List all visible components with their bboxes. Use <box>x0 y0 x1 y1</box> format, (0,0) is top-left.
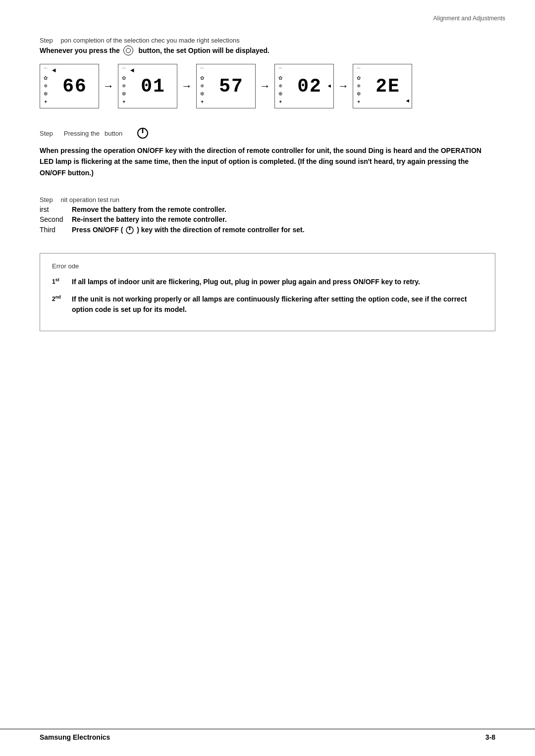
icon-sym-2e: ✦ <box>122 100 126 104</box>
icon-sym-4d: ❆ <box>278 92 282 97</box>
page-content: Step pon completion of the selection che… <box>0 27 535 361</box>
display-panels-row: ⌒ ✿ ❄ ❆ ✦ ◄ 66 → ⌒ ✿ ❄ ❆ <box>40 64 495 108</box>
step1-instruction-pre: Whenever you press the <box>40 47 120 54</box>
step3-label: Step nit operation test run <box>40 196 495 203</box>
display-panel-5: ⌒ ✿ ❄ ❆ ✦ 2E ◄ <box>353 64 412 108</box>
step3-item-2: Second Re-insert the battery into the re… <box>40 215 495 223</box>
error-item-1: 1st If all lamps of indoor unit are flic… <box>52 277 483 287</box>
display-panel-3: ⌒ ✿ ❄ ❆ ✦ 57 <box>196 64 256 108</box>
power-icon-inline <box>125 225 135 235</box>
step2-sublabel2: button <box>105 130 122 137</box>
step1-sublabel: pon completion of the selection chec you… <box>60 37 239 44</box>
step3-item-1-text: Remove the battery from the remote contr… <box>72 205 226 213</box>
step2-block: Step Pressing the button When pressing t… <box>40 126 495 178</box>
icon-sym-3a: ⌒ <box>200 68 205 73</box>
error-text-1: If all lamps of indoor unit are flickeri… <box>72 277 420 287</box>
step1-instruction-post: button, the set Option will be displayed… <box>139 47 269 54</box>
display-number-2: ◄ 01 <box>129 64 177 108</box>
icon-sym-1b: ✿ <box>44 76 48 81</box>
icon-sym-5e: ✦ <box>357 100 361 104</box>
icon-sym-1a: ⌒ <box>43 68 48 73</box>
section-title: Alignment and Adjustments <box>433 15 505 22</box>
icon-sym-2c: ❄ <box>122 84 126 89</box>
step1-label: Step pon completion of the selection che… <box>40 37 495 44</box>
arrow-3: → <box>260 80 270 93</box>
display-number-5: 2E ◄ <box>364 64 412 108</box>
right-arrow-5: ◄ <box>406 98 410 104</box>
display-panel-2: ⌒ ✿ ❄ ❆ ✦ ◄ 01 <box>118 64 177 108</box>
arrow-1: → <box>103 80 114 93</box>
step3-item-3-text: Press ON/OFF ( ) key with the direction … <box>72 226 305 234</box>
icon-sym-4c: ❄ <box>278 84 282 89</box>
icon-sym-4e: ✦ <box>278 100 282 104</box>
step1-block: Step pon completion of the selection che… <box>40 37 495 108</box>
display-icons-3: ⌒ ✿ ❄ ❆ ✦ <box>197 64 208 108</box>
display-icons-5: ⌒ ✿ ❄ ❆ ✦ <box>353 64 364 108</box>
error-box: Error ode 1st If all lamps of indoor uni… <box>40 253 495 331</box>
error-num-1: 1st <box>52 277 72 285</box>
power-button-icon <box>136 126 150 140</box>
right-arrow-4: ◄ <box>327 83 332 89</box>
footer-page: 3-8 <box>485 733 495 741</box>
icon-sym-5b: ✿ <box>357 76 361 81</box>
error-box-title: Error ode <box>52 262 483 270</box>
step3-item-1-label: irst <box>40 205 67 213</box>
step1-instruction: Whenever you press the button, the set O… <box>40 46 495 56</box>
icon-sym-2b: ✿ <box>122 76 126 81</box>
arrow-2: → <box>181 80 192 93</box>
left-arrow-2: ◄ <box>130 67 135 74</box>
step3-item-2-text: Re-insert the battery into the remote co… <box>72 215 227 223</box>
display-number-1: ◄ 66 <box>51 64 99 108</box>
footer-brand: Samsung Electronics <box>40 733 110 741</box>
step3-list: irst Remove the battery from the remote … <box>40 205 495 235</box>
icon-sym-2a: ⌒ <box>121 68 126 73</box>
display-number-4: 02 ◄ <box>286 64 333 108</box>
step3-item-3: Third Press ON/OFF ( ) key with the dire… <box>40 225 495 235</box>
option-button-icon <box>123 46 133 55</box>
step3-block: Step nit operation test run irst Remove … <box>40 196 495 235</box>
display-panel-1: ⌒ ✿ ❄ ❆ ✦ ◄ 66 <box>40 64 99 108</box>
icon-sym-4b: ✿ <box>278 76 282 81</box>
error-text-2: If the unit is not working properly or a… <box>72 294 483 315</box>
icon-sym-1e: ✦ <box>44 100 48 104</box>
step2-sublabel: Pressing the <box>64 130 100 137</box>
page-footer: Samsung Electronics 3-8 <box>0 729 535 741</box>
step3-item-2-label: Second <box>40 215 67 223</box>
step3-item-3-label: Third <box>40 226 67 234</box>
error-item-2: 2nd If the unit is not working properly … <box>52 294 483 315</box>
icon-sym-5c: ❄ <box>357 84 361 89</box>
arrow-4: → <box>338 80 349 93</box>
page-header: Alignment and Adjustments <box>0 0 535 27</box>
icon-sym-2d: ❆ <box>122 92 126 97</box>
icon-sym-5d: ❆ <box>357 92 361 97</box>
display-icons-2: ⌒ ✿ ❄ ❆ ✦ <box>118 64 129 108</box>
display-number-3: 57 <box>208 64 255 108</box>
step2-body: When pressing the operation ON/OFF key w… <box>40 145 495 178</box>
icon-sym-1c: ❄ <box>44 84 48 89</box>
display-icons-4: ⌒ ✿ ❄ ❆ ✦ <box>275 64 286 108</box>
icon-sym-3c: ❄ <box>200 84 204 89</box>
icon-sym-3e: ✦ <box>200 100 204 104</box>
left-arrow-1: ◄ <box>52 67 57 74</box>
display-panel-4: ⌒ ✿ ❄ ❆ ✦ 02 ◄ <box>274 64 334 108</box>
icon-sym-3d: ❆ <box>200 92 204 97</box>
step3-item-1: irst Remove the battery from the remote … <box>40 205 495 213</box>
icon-sym-4a: ⌒ <box>278 68 283 73</box>
step3-sublabel: nit operation test run <box>60 196 119 203</box>
error-num-2: 2nd <box>52 294 72 302</box>
icon-sym-3b: ✿ <box>200 76 204 81</box>
display-icons-1: ⌒ ✿ ❄ ❆ ✦ <box>40 64 51 108</box>
icon-sym-5a: ⌒ <box>356 68 361 73</box>
step2-label: Step Pressing the button <box>40 126 495 140</box>
icon-sym-1d: ❆ <box>44 92 48 97</box>
